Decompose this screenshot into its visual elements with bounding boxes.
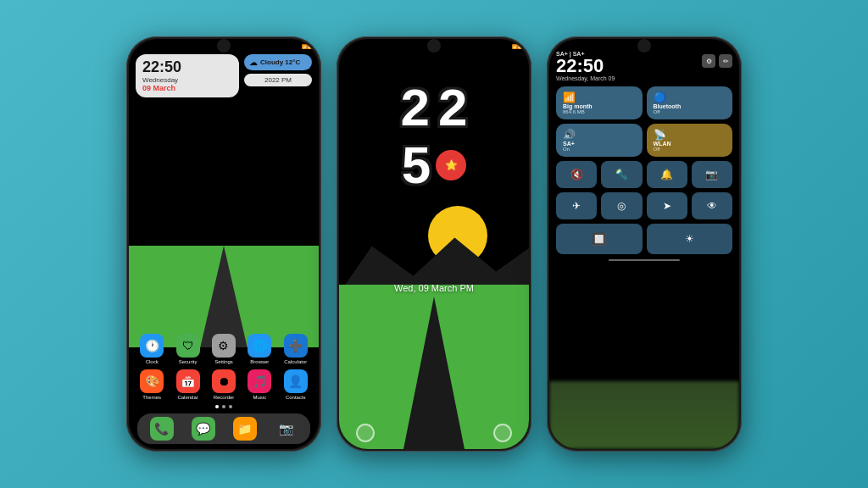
dock-files[interactable]: 📁 bbox=[230, 417, 260, 441]
cc-brightness: ☀ bbox=[647, 224, 733, 254]
calculator-icon: ➕ bbox=[284, 334, 308, 358]
app-browser-label: Browser bbox=[250, 359, 269, 364]
app-music[interactable]: 🎵 Music bbox=[244, 369, 275, 400]
cc-tile-sa-title: SA+ bbox=[563, 141, 636, 147]
cc-tile-data-value: 864.6 MB bbox=[563, 109, 636, 114]
cc-tile-data[interactable]: 📶 Big month 864.6 MB bbox=[556, 86, 643, 119]
phone1-page-dots bbox=[134, 405, 314, 408]
cc-btn-privacy[interactable]: ◎ bbox=[601, 192, 642, 219]
cc-btn-eye[interactable]: 👁 bbox=[692, 192, 732, 219]
cloud-icon: ☁ bbox=[249, 58, 258, 67]
phone-icon: 📞 bbox=[150, 417, 174, 441]
cc-edit-icon[interactable]: ✏ bbox=[719, 54, 732, 68]
phone-1: 📶📶 22:50 Wednesday 09 March ☁ Cloudy 12°… bbox=[126, 36, 321, 452]
star-icon: ⭐ bbox=[445, 159, 458, 171]
cc-tiles-grid: 📶 Big month 864.6 MB 🔵 Bluetooth Off bbox=[556, 86, 732, 157]
phone2-camera-button[interactable] bbox=[493, 424, 512, 442]
phone1-road bbox=[129, 246, 319, 347]
cc-tile-data-header: 📶 bbox=[563, 92, 636, 103]
themes-icon: 🎨 bbox=[140, 369, 164, 393]
files-icon: 📁 bbox=[233, 417, 257, 441]
phone1-road-path bbox=[198, 246, 249, 347]
cc-tile-bt-header: 🔵 bbox=[654, 92, 726, 103]
cc-misc-btn1[interactable]: 🔲 bbox=[556, 224, 643, 254]
app-clock-label: Clock bbox=[146, 359, 159, 364]
app-clock[interactable]: 🕐 Clock bbox=[136, 334, 167, 364]
phone2-hour1: 2 bbox=[401, 81, 430, 134]
cc-button-row-1: 🔇 🔦 🔔 📷 bbox=[556, 161, 732, 188]
phone1-day: Wednesday bbox=[142, 76, 232, 84]
cc-bottom-row: 🔲 ☀ bbox=[556, 224, 732, 254]
phone2-notch bbox=[427, 39, 441, 53]
phone1-clock-widget: 22:50 Wednesday 09 March bbox=[136, 54, 239, 97]
cc-btn-location[interactable]: ➤ bbox=[647, 192, 687, 219]
cc-tile-bt-title: Bluetooth bbox=[654, 103, 726, 109]
clock-icon: 🕐 bbox=[140, 334, 164, 358]
cc-tile-bt-value: Off bbox=[654, 109, 726, 114]
phone-3: SA+ | SA+ 22:50 Wednesday, March 09 ⚙ ✏ … bbox=[547, 36, 742, 452]
cc-date: Wednesday, March 09 bbox=[556, 75, 615, 81]
bluetooth-icon: 🔵 bbox=[654, 92, 666, 103]
phone-2: 📶📶 2 2 5 ⭐ bbox=[337, 36, 531, 452]
phone2-date-label: Wed, 09 March PM bbox=[339, 283, 529, 293]
dock-phone[interactable]: 📞 bbox=[147, 417, 177, 441]
phone1-app-row-1: 🕐 Clock 🛡 Security ⚙ Settings 🌐 Browser bbox=[134, 334, 314, 364]
phone2-red-ball: ⭐ bbox=[436, 150, 466, 180]
dot-1 bbox=[215, 405, 219, 408]
app-contacts-label: Contacts bbox=[286, 395, 306, 400]
app-recorder[interactable]: ⏺ Recorder bbox=[209, 369, 239, 400]
sa-icon: 🔊 bbox=[563, 129, 576, 141]
app-security[interactable]: 🛡 Security bbox=[173, 334, 203, 364]
app-themes[interactable]: 🎨 Themes bbox=[136, 369, 167, 400]
cc-tile-data-title: Big month bbox=[563, 103, 636, 109]
cc-tile-wlan-value: Off bbox=[654, 147, 726, 152]
cc-tile-sa[interactable]: 🔊 SA+ On bbox=[556, 124, 643, 157]
app-browser[interactable]: 🌐 Browser bbox=[244, 334, 275, 364]
phone1-weather-widget: ☁ Cloudy 12°C bbox=[244, 54, 312, 70]
phone1-date: 09 March bbox=[142, 84, 232, 92]
phone2-min1: 5 bbox=[402, 139, 431, 191]
cc-tile-wlan-header: 📡 bbox=[654, 129, 726, 141]
cc-btn-mute[interactable]: 🔇 bbox=[556, 161, 597, 188]
phone1-app-row-2: 🎨 Themes 📅 Calendar ⏺ Recorder 🎵 Music bbox=[134, 369, 314, 400]
phone2-minutes: 5 ⭐ bbox=[339, 139, 529, 191]
wifi-icon: 📡 bbox=[654, 129, 666, 141]
phone2-home-indicator[interactable] bbox=[356, 424, 375, 442]
cc-btn-airplane[interactable]: ✈ bbox=[556, 192, 597, 219]
browser-icon: 🌐 bbox=[248, 334, 271, 358]
recorder-icon: ⏺ bbox=[212, 369, 236, 393]
cc-tile-wlan-title: WLAN bbox=[654, 141, 726, 147]
cc-tile-wlan[interactable]: 📡 WLAN Off bbox=[647, 124, 733, 157]
phone1-weather-text: Cloudy 12°C bbox=[260, 58, 300, 66]
cc-tile-bluetooth[interactable]: 🔵 Bluetooth Off bbox=[647, 86, 733, 119]
cc-btn-screen[interactable]: 📷 bbox=[692, 161, 732, 188]
phone1-widget-right: ☁ Cloudy 12°C 2022 PM bbox=[244, 54, 312, 97]
contacts-icon: 👤 bbox=[284, 369, 308, 393]
app-calculator[interactable]: ➕ Calculator bbox=[281, 334, 311, 364]
app-contacts[interactable]: 👤 Contacts bbox=[281, 369, 311, 400]
app-settings[interactable]: ⚙ Settings bbox=[209, 334, 239, 364]
app-security-label: Security bbox=[179, 359, 198, 364]
cc-left-header: SA+ | SA+ 22:50 Wednesday, March 09 bbox=[556, 51, 615, 81]
dock-messages[interactable]: 💬 bbox=[188, 417, 219, 441]
cc-brightness-slider[interactable]: ☀ bbox=[647, 224, 733, 254]
phone1-notch bbox=[217, 39, 231, 53]
phone1-app-grid: 🕐 Clock 🛡 Security ⚙ Settings 🌐 Browser bbox=[134, 334, 314, 408]
data-icon: 📶 bbox=[563, 92, 576, 103]
app-music-label: Music bbox=[253, 395, 267, 400]
app-themes-label: Themes bbox=[142, 395, 161, 400]
calendar-icon: 📅 bbox=[176, 369, 200, 393]
music-icon: 🎵 bbox=[248, 369, 271, 393]
cc-btn-notify[interactable]: 🔔 bbox=[647, 161, 687, 188]
cc-time: 22:50 bbox=[556, 57, 615, 75]
cc-btn-torch[interactable]: 🔦 bbox=[601, 161, 642, 188]
camera-icon: 📷 bbox=[275, 417, 298, 441]
app-calendar[interactable]: 📅 Calendar bbox=[173, 369, 203, 400]
cc-header: SA+ | SA+ 22:50 Wednesday, March 09 ⚙ ✏ bbox=[556, 51, 732, 81]
phone1-dock: 📞 💬 📁 📷 bbox=[137, 413, 310, 444]
cc-settings-icon[interactable]: ⚙ bbox=[702, 54, 715, 68]
phone1-time: 22:50 bbox=[142, 59, 232, 75]
app-settings-label: Settings bbox=[214, 359, 233, 364]
dock-camera[interactable]: 📷 bbox=[271, 417, 302, 441]
settings-icon: ⚙ bbox=[212, 334, 236, 358]
